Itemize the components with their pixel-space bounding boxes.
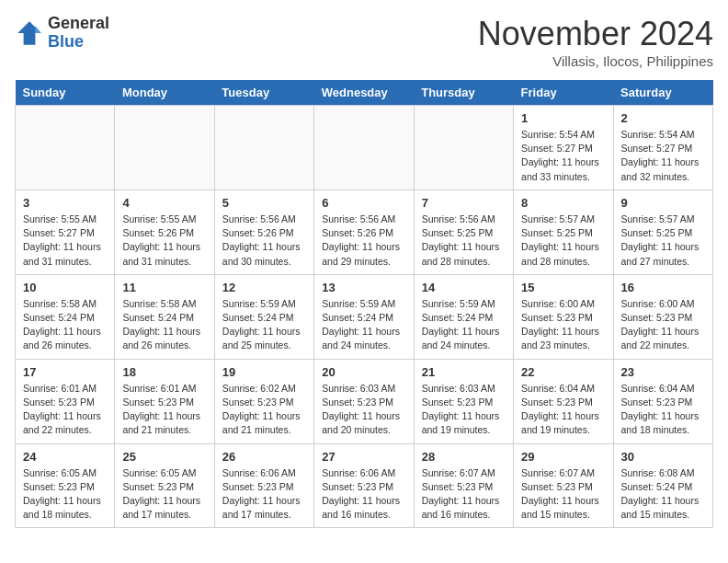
day-number: 18 [122,365,206,379]
day-number: 27 [322,450,405,464]
calendar-cell: 15Sunrise: 6:00 AM Sunset: 5:23 PM Dayli… [514,274,613,359]
day-info: Sunrise: 5:59 AM Sunset: 5:24 PM Dayligh… [422,297,506,353]
title-block: November 2024 Villasis, Ilocos, Philippi… [478,15,713,69]
calendar-cell: 7Sunrise: 5:56 AM Sunset: 5:25 PM Daylig… [414,190,513,274]
weekday-header-wednesday: Wednesday [314,80,414,106]
day-info: Sunrise: 5:56 AM Sunset: 5:26 PM Dayligh… [322,213,405,269]
day-info: Sunrise: 6:05 AM Sunset: 5:23 PM Dayligh… [23,466,107,523]
calendar-cell: 10Sunrise: 5:58 AM Sunset: 5:24 PM Dayli… [16,274,115,359]
day-info: Sunrise: 6:07 AM Sunset: 5:23 PM Dayligh… [521,466,605,523]
day-number: 10 [23,281,107,294]
logo-icon [15,18,44,48]
day-info: Sunrise: 6:03 AM Sunset: 5:23 PM Dayligh… [422,382,506,438]
day-info: Sunrise: 6:04 AM Sunset: 5:23 PM Dayligh… [621,382,705,438]
day-number: 28 [422,450,506,464]
calendar-cell [115,106,214,190]
calendar-cell: 8Sunrise: 5:57 AM Sunset: 5:25 PM Daylig… [514,190,613,274]
calendar-cell: 11Sunrise: 5:58 AM Sunset: 5:24 PM Dayli… [115,274,214,359]
calendar-week-2: 3Sunrise: 5:55 AM Sunset: 5:27 PM Daylig… [16,190,713,274]
day-number: 2 [621,111,705,125]
calendar-cell: 13Sunrise: 5:59 AM Sunset: 5:24 PM Dayli… [314,274,414,359]
calendar-week-1: 1Sunrise: 5:54 AM Sunset: 5:27 PM Daylig… [16,106,713,190]
calendar-cell: 6Sunrise: 5:56 AM Sunset: 5:26 PM Daylig… [314,190,414,274]
day-info: Sunrise: 6:00 AM Sunset: 5:23 PM Dayligh… [621,297,705,353]
day-info: Sunrise: 6:04 AM Sunset: 5:23 PM Dayligh… [521,382,605,438]
location-text: Villasis, Ilocos, Philippines [478,53,713,69]
day-info: Sunrise: 5:56 AM Sunset: 5:26 PM Dayligh… [222,213,306,269]
calendar-cell: 12Sunrise: 5:59 AM Sunset: 5:24 PM Dayli… [214,274,313,359]
calendar-cell: 25Sunrise: 6:05 AM Sunset: 5:23 PM Dayli… [115,443,214,528]
day-info: Sunrise: 6:01 AM Sunset: 5:23 PM Dayligh… [122,382,206,438]
weekday-header-sunday: Sunday [16,80,115,106]
day-info: Sunrise: 6:03 AM Sunset: 5:23 PM Dayligh… [322,382,405,438]
calendar-cell: 23Sunrise: 6:04 AM Sunset: 5:23 PM Dayli… [613,359,712,443]
day-number: 24 [23,450,107,464]
day-info: Sunrise: 6:00 AM Sunset: 5:23 PM Dayligh… [521,297,605,353]
weekday-header-tuesday: Tuesday [214,80,313,106]
day-number: 4 [122,196,206,210]
day-info: Sunrise: 6:08 AM Sunset: 5:24 PM Dayligh… [621,466,705,523]
calendar-cell: 4Sunrise: 5:55 AM Sunset: 5:26 PM Daylig… [115,190,214,274]
calendar-cell: 17Sunrise: 6:01 AM Sunset: 5:23 PM Dayli… [16,359,115,443]
logo-blue-text: Blue [48,33,109,52]
weekday-header-friday: Friday [514,80,613,106]
weekday-header-monday: Monday [115,80,214,106]
day-info: Sunrise: 5:57 AM Sunset: 5:25 PM Dayligh… [621,213,705,269]
calendar-cell: 16Sunrise: 6:00 AM Sunset: 5:23 PM Dayli… [613,274,712,359]
day-info: Sunrise: 6:01 AM Sunset: 5:23 PM Dayligh… [23,382,107,438]
calendar-cell: 26Sunrise: 6:06 AM Sunset: 5:23 PM Dayli… [214,443,313,528]
day-number: 19 [222,365,306,379]
logo-text: General Blue [48,15,109,52]
calendar-cell: 30Sunrise: 6:08 AM Sunset: 5:24 PM Dayli… [613,443,712,528]
weekday-header-saturday: Saturday [613,80,712,106]
day-info: Sunrise: 6:06 AM Sunset: 5:23 PM Dayligh… [222,466,306,523]
calendar-cell: 3Sunrise: 5:55 AM Sunset: 5:27 PM Daylig… [16,190,115,274]
day-info: Sunrise: 5:58 AM Sunset: 5:24 PM Dayligh… [122,297,206,353]
day-number: 12 [222,281,306,294]
day-number: 16 [621,281,705,294]
day-number: 21 [422,365,506,379]
day-info: Sunrise: 5:55 AM Sunset: 5:26 PM Dayligh… [122,213,206,269]
day-number: 26 [222,450,306,464]
day-info: Sunrise: 5:58 AM Sunset: 5:24 PM Dayligh… [23,297,107,353]
calendar-cell: 18Sunrise: 6:01 AM Sunset: 5:23 PM Dayli… [115,359,214,443]
calendar-cell: 1Sunrise: 5:54 AM Sunset: 5:27 PM Daylig… [514,106,613,190]
day-number: 6 [322,196,405,210]
day-number: 8 [521,196,605,210]
day-info: Sunrise: 5:55 AM Sunset: 5:27 PM Dayligh… [23,213,107,269]
page-header: General Blue November 2024 Villasis, Ilo… [15,15,713,69]
day-number: 20 [322,365,405,379]
day-number: 3 [23,196,107,210]
day-number: 11 [122,281,206,294]
day-number: 29 [521,450,605,464]
calendar-cell [16,106,115,190]
calendar-cell: 21Sunrise: 6:03 AM Sunset: 5:23 PM Dayli… [414,359,513,443]
day-info: Sunrise: 6:05 AM Sunset: 5:23 PM Dayligh… [122,466,206,523]
day-number: 7 [422,196,506,210]
calendar-cell [414,106,513,190]
calendar-cell: 5Sunrise: 5:56 AM Sunset: 5:26 PM Daylig… [214,190,313,274]
day-info: Sunrise: 5:54 AM Sunset: 5:27 PM Dayligh… [621,128,705,184]
calendar-cell: 2Sunrise: 5:54 AM Sunset: 5:27 PM Daylig… [613,106,712,190]
calendar-table: SundayMondayTuesdayWednesdayThursdayFrid… [15,80,713,528]
day-number: 5 [222,196,306,210]
day-info: Sunrise: 5:57 AM Sunset: 5:25 PM Dayligh… [521,213,605,269]
day-info: Sunrise: 5:59 AM Sunset: 5:24 PM Dayligh… [322,297,405,353]
svg-marker-1 [35,26,40,33]
day-info: Sunrise: 6:02 AM Sunset: 5:23 PM Dayligh… [222,382,306,438]
day-info: Sunrise: 6:06 AM Sunset: 5:23 PM Dayligh… [322,466,405,523]
calendar-week-5: 24Sunrise: 6:05 AM Sunset: 5:23 PM Dayli… [16,443,713,528]
calendar-cell [214,106,313,190]
day-number: 17 [23,365,107,379]
day-info: Sunrise: 6:07 AM Sunset: 5:23 PM Dayligh… [422,466,506,523]
day-number: 9 [621,196,705,210]
day-number: 14 [422,281,506,294]
calendar-cell: 24Sunrise: 6:05 AM Sunset: 5:23 PM Dayli… [16,443,115,528]
day-number: 30 [621,450,705,464]
weekday-header-thursday: Thursday [414,80,513,106]
calendar-cell: 14Sunrise: 5:59 AM Sunset: 5:24 PM Dayli… [414,274,513,359]
day-number: 15 [521,281,605,294]
month-title: November 2024 [478,15,713,53]
weekday-header-row: SundayMondayTuesdayWednesdayThursdayFrid… [16,80,713,106]
calendar-cell: 27Sunrise: 6:06 AM Sunset: 5:23 PM Dayli… [314,443,414,528]
